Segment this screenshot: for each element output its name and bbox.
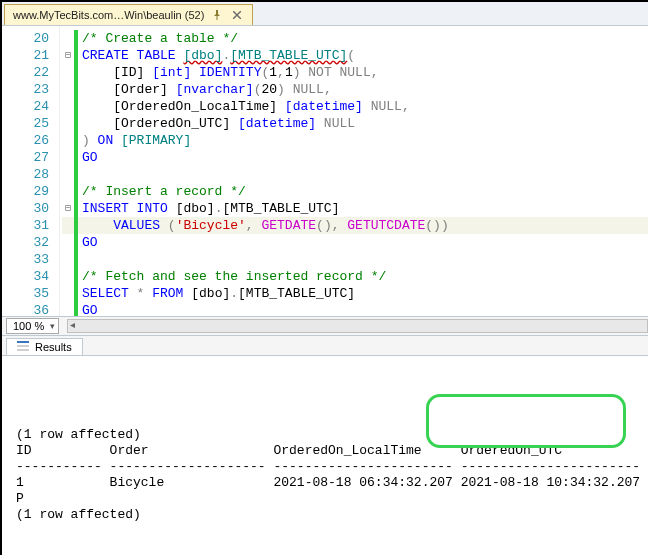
tab-title: www.MyTecBits.com…Win\beaulin (52) <box>13 9 204 21</box>
line-number: 27 <box>2 149 55 166</box>
code-line[interactable]: ⊟INSERT INTO [dbo].[MTB_TABLE_UTC] <box>62 200 648 217</box>
document-tab[interactable]: www.MyTecBits.com…Win\beaulin (52) <box>4 4 253 25</box>
results-line: 1 Bicycle 2021-08-18 06:34:32.207 2021-0… <box>16 475 634 491</box>
code-line[interactable]: /* Insert a record */ <box>62 183 648 200</box>
code-text: [OrderedOn_LocalTime] [datetime] NULL, <box>78 98 410 115</box>
line-number: 20 <box>2 30 55 47</box>
code-line[interactable]: [OrderedOn_LocalTime] [datetime] NULL, <box>62 98 648 115</box>
fold-marker[interactable]: ⊟ <box>62 200 74 217</box>
ssms-window: { "tab": { "title": "www.MyTecBits.com…W… <box>2 2 648 555</box>
code-text: INSERT INTO [dbo].[MTB_TABLE_UTC] <box>78 200 339 217</box>
line-number: 23 <box>2 81 55 98</box>
tab-strip: www.MyTecBits.com…Win\beaulin (52) <box>2 2 648 26</box>
results-line <box>16 539 634 555</box>
fold-marker[interactable]: ⊟ <box>62 47 74 64</box>
line-number: 24 <box>2 98 55 115</box>
line-number: 31 <box>2 217 55 234</box>
code-line[interactable]: /* Fetch and see the inserted record */ <box>62 268 648 285</box>
results-line: (1 row affected) <box>16 507 634 523</box>
line-number: 22 <box>2 64 55 81</box>
code-line[interactable]: [ID] [int] IDENTITY(1,1) NOT NULL, <box>62 64 648 81</box>
line-number: 30 <box>2 200 55 217</box>
code-text: GO <box>78 302 98 316</box>
code-text: CREATE TABLE [dbo].[MTB_TABLE_UTC]( <box>78 47 355 64</box>
line-number: 32 <box>2 234 55 251</box>
code-text: VALUES ('Bicycle', GETDATE(), GETUTCDATE… <box>78 217 449 234</box>
line-number: 35 <box>2 285 55 302</box>
code-line[interactable] <box>62 166 648 183</box>
code-text: [OrderedOn_UTC] [datetime] NULL <box>78 115 355 132</box>
results-line <box>16 523 634 539</box>
results-line: (1 row affected) <box>16 427 634 443</box>
results-tab[interactable]: Results <box>6 338 83 356</box>
results-line: P <box>16 491 634 507</box>
horizontal-scrollbar[interactable] <box>67 319 648 333</box>
close-icon[interactable] <box>230 8 244 22</box>
code-text: [Order] [nvarchar](20) NULL, <box>78 81 332 98</box>
results-pane[interactable]: (1 row affected)ID Order OrderedOn_Local… <box>2 355 648 555</box>
code-line[interactable] <box>62 251 648 268</box>
code-text: /* Create a table */ <box>78 30 238 47</box>
line-number: 25 <box>2 115 55 132</box>
line-number: 26 <box>2 132 55 149</box>
line-number: 33 <box>2 251 55 268</box>
line-number: 21 <box>2 47 55 64</box>
code-line[interactable]: SELECT * FROM [dbo].[MTB_TABLE_UTC] <box>62 285 648 302</box>
code-line[interactable]: GO <box>62 149 648 166</box>
line-number: 29 <box>2 183 55 200</box>
results-header: Results <box>2 335 648 355</box>
code-line[interactable]: GO <box>62 234 648 251</box>
results-line <box>16 411 634 427</box>
line-number-gutter: 202122232425262728293031323334353637 <box>2 26 60 316</box>
code-line[interactable]: GO <box>62 302 648 316</box>
code-text: /* Insert a record */ <box>78 183 246 200</box>
code-editor[interactable]: 202122232425262728293031323334353637 /* … <box>2 26 648 316</box>
change-bar <box>74 166 78 183</box>
code-line[interactable]: VALUES ('Bicycle', GETDATE(), GETUTCDATE… <box>62 217 648 234</box>
code-text: [ID] [int] IDENTITY(1,1) NOT NULL, <box>78 64 379 81</box>
code-text: GO <box>78 234 98 251</box>
code-line[interactable]: ⊟CREATE TABLE [dbo].[MTB_TABLE_UTC]( <box>62 47 648 64</box>
code-text: GO <box>78 149 98 166</box>
pin-icon[interactable] <box>210 8 224 22</box>
code-text: SELECT * FROM [dbo].[MTB_TABLE_UTC] <box>78 285 355 302</box>
grid-icon <box>17 341 29 353</box>
code-line[interactable]: /* Create a table */ <box>62 30 648 47</box>
line-number: 34 <box>2 268 55 285</box>
code-text: /* Fetch and see the inserted record */ <box>78 268 386 285</box>
line-number: 28 <box>2 166 55 183</box>
code-body[interactable]: /* Create a table */⊟CREATE TABLE [dbo].… <box>60 26 648 316</box>
line-number: 36 <box>2 302 55 316</box>
results-tab-label: Results <box>35 341 72 353</box>
zoom-value: 100 % <box>13 320 44 332</box>
results-line: ----------- -------------------- -------… <box>16 459 634 475</box>
code-text: ) ON [PRIMARY] <box>78 132 191 149</box>
code-line[interactable]: ) ON [PRIMARY] <box>62 132 648 149</box>
results-line: ID Order OrderedOn_LocalTime OrderedOn_U… <box>16 443 634 459</box>
code-line[interactable]: [OrderedOn_UTC] [datetime] NULL <box>62 115 648 132</box>
code-line[interactable]: [Order] [nvarchar](20) NULL, <box>62 81 648 98</box>
change-bar <box>74 251 78 268</box>
zoom-selector[interactable]: 100 % <box>6 318 59 334</box>
editor-footer: 100 % <box>2 316 648 335</box>
